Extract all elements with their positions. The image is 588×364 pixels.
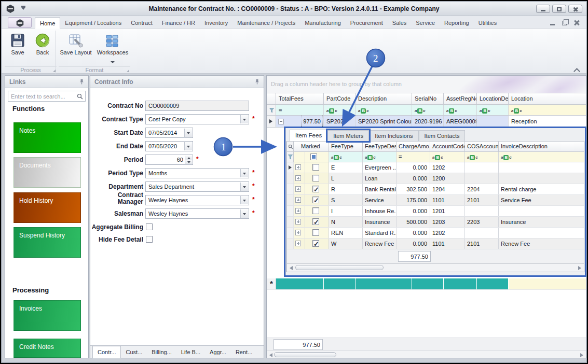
subgrid-column-header[interactable]: ChargeAmo... — [396, 142, 430, 151]
contract-tab[interactable]: Contr... — [92, 346, 121, 358]
new-cell-locationdesc[interactable] — [477, 278, 509, 289]
marked-cell[interactable] — [305, 162, 329, 173]
detail-tab[interactable]: Item Inclusions — [369, 130, 418, 141]
chevron-down-icon[interactable] — [240, 183, 248, 191]
expand-icon[interactable] — [295, 197, 301, 203]
department-combo[interactable]: Sales Department — [145, 181, 249, 192]
ribbon-tab[interactable]: Manufacturing — [300, 17, 346, 29]
format-dialog-launcher-icon[interactable] — [127, 69, 129, 72]
cell-location[interactable]: Reception — [509, 116, 586, 127]
contract-tab[interactable]: Cust... — [121, 346, 147, 358]
accountcode-cell[interactable]: 1101 — [430, 195, 465, 205]
fee-row[interactable]: N Insurance 500.000 1203 2203 Insurance — [287, 217, 584, 228]
save-button[interactable]: Save — [6, 31, 30, 66]
new-cell-location[interactable] — [509, 278, 586, 289]
maximize-button[interactable] — [552, 5, 566, 13]
new-cell-description[interactable] — [355, 278, 412, 289]
ribbon-tab[interactable]: Maintenance / Projects — [233, 17, 300, 29]
start-date-picker[interactable]: 07/05/2014 — [145, 128, 193, 138]
marked-checkbox[interactable] — [312, 175, 319, 181]
column-header[interactable]: TotalFees — [276, 93, 324, 104]
new-cell-assetregno[interactable] — [444, 278, 477, 289]
filter-cell-assetregno[interactable] — [444, 105, 477, 115]
subgrid-column-header[interactable]: InvoiceDescription — [499, 142, 584, 151]
marked-checkbox[interactable] — [312, 229, 319, 236]
expand-icon[interactable] — [295, 241, 301, 246]
expand-icon[interactable] — [295, 219, 301, 225]
accountcode-cell[interactable]: 1201 — [430, 206, 465, 216]
spin-up-icon[interactable] — [185, 156, 192, 160]
ribbon-tab[interactable]: Service — [411, 17, 440, 29]
mdi-restore-icon[interactable] — [562, 21, 567, 25]
detail-tab[interactable]: Item Fees — [290, 130, 327, 141]
column-header[interactable]: PartCode — [324, 93, 355, 104]
cosaccount-cell[interactable]: 2101 — [465, 239, 499, 249]
ribbon-tab[interactable]: Finance / HR — [157, 17, 200, 29]
chargeamount-cell[interactable]: 0.000 — [396, 162, 430, 173]
cosaccount-cell[interactable] — [465, 162, 499, 173]
feetype-cell[interactable]: I — [329, 206, 363, 216]
cosaccount-cell[interactable]: 2204 — [465, 184, 499, 194]
feetype-cell[interactable]: L — [329, 173, 363, 184]
pin-icon[interactable] — [79, 79, 85, 85]
feetypedesc-cell[interactable]: Standard R... — [363, 228, 396, 238]
chargeamount-cell[interactable]: 500.000 — [396, 217, 430, 227]
filter-cell-invoicedescription[interactable] — [499, 152, 584, 162]
scroll-thumb[interactable] — [274, 352, 336, 357]
fee-row[interactable]: REN Standard R... 0.000 1202 — [287, 228, 584, 239]
invoicedescription-cell[interactable]: Service Fee — [499, 195, 584, 205]
marked-cell[interactable] — [305, 217, 329, 227]
column-header[interactable]: AssetRegNo — [444, 93, 477, 104]
function-button[interactable]: Suspend History — [13, 227, 81, 258]
fee-row[interactable]: S Service 175.000 1101 2101 Service Fee — [287, 195, 584, 206]
chevron-down-icon[interactable] — [240, 115, 248, 123]
mdi-close-icon[interactable] — [574, 20, 579, 25]
marked-checkbox[interactable] — [312, 197, 319, 203]
contract-tab[interactable]: Rent... — [231, 346, 257, 358]
feetype-cell[interactable]: S — [329, 195, 363, 205]
feetypedesc-cell[interactable]: Renew Fee — [363, 239, 396, 249]
contract-item-row[interactable]: 977.50 SP2020 SP2020 Sprint Colour ... 2… — [267, 116, 586, 128]
feetypedesc-cell[interactable]: Insurance — [363, 217, 396, 227]
subgrid-column-header[interactable]: COSAccoun... — [465, 142, 499, 151]
feetypedesc-cell[interactable]: Bank Rental — [363, 184, 396, 194]
expand-icon[interactable] — [295, 208, 301, 214]
search-icon[interactable] — [288, 144, 293, 149]
column-header[interactable]: LocationDesc — [477, 93, 509, 104]
close-button[interactable] — [568, 5, 582, 13]
ribbon-tab[interactable]: Reporting — [440, 17, 474, 29]
invoicedescription-cell[interactable]: Renew Fee — [499, 239, 584, 249]
marked-cell[interactable] — [305, 184, 329, 194]
subgrid-column-header[interactable]: AccountCode — [430, 142, 465, 151]
marked-checkbox[interactable] — [312, 240, 319, 247]
workspaces-button[interactable]: Workspaces — [96, 31, 129, 66]
subgrid-column-header[interactable]: FeeType — [329, 142, 363, 151]
end-date-picker[interactable]: 07/05/2020 — [145, 141, 193, 151]
chargeamount-cell[interactable]: 0.000 — [396, 228, 430, 238]
accountcode-cell[interactable]: 1101 — [430, 239, 465, 249]
marked-cell[interactable] — [305, 239, 329, 249]
marked-cell[interactable] — [305, 228, 329, 238]
new-item-row[interactable]: * — [267, 278, 586, 290]
accountcode-cell[interactable]: 1202 — [430, 228, 465, 238]
chevron-down-icon[interactable] — [240, 169, 248, 177]
group-by-bar[interactable]: Drag a column header here to group by th… — [267, 76, 586, 93]
function-button[interactable]: Hold History — [13, 192, 81, 223]
grid-horizontal-scrollbar[interactable] — [267, 351, 586, 358]
expand-icon[interactable] — [295, 230, 301, 235]
aggregate-billing-checkbox[interactable] — [146, 223, 153, 230]
feetype-cell[interactable]: REN — [329, 228, 363, 238]
collapse-detail-icon[interactable] — [278, 119, 284, 124]
feetypedesc-cell[interactable]: Evergreen ... — [363, 162, 396, 173]
filter-cell-feetype[interactable] — [329, 152, 363, 162]
save-layout-button[interactable]: Save Layout — [60, 31, 92, 66]
ribbon-tab[interactable]: Equipment / Locations — [60, 17, 126, 29]
invoicedescription-cell[interactable] — [499, 162, 584, 173]
application-menu-button[interactable] — [8, 17, 32, 28]
fee-row[interactable]: I Inhouse Re... 0.000 1201 — [287, 206, 584, 217]
fee-row[interactable]: E Evergreen ... 0.000 1202 — [287, 162, 584, 173]
cosaccount-cell[interactable] — [465, 206, 499, 216]
chevron-down-icon[interactable] — [184, 142, 192, 150]
fee-row[interactable]: R Bank Rental 302.500 1204 2204 Rental c… — [287, 184, 584, 195]
marked-checkbox[interactable] — [312, 207, 319, 214]
